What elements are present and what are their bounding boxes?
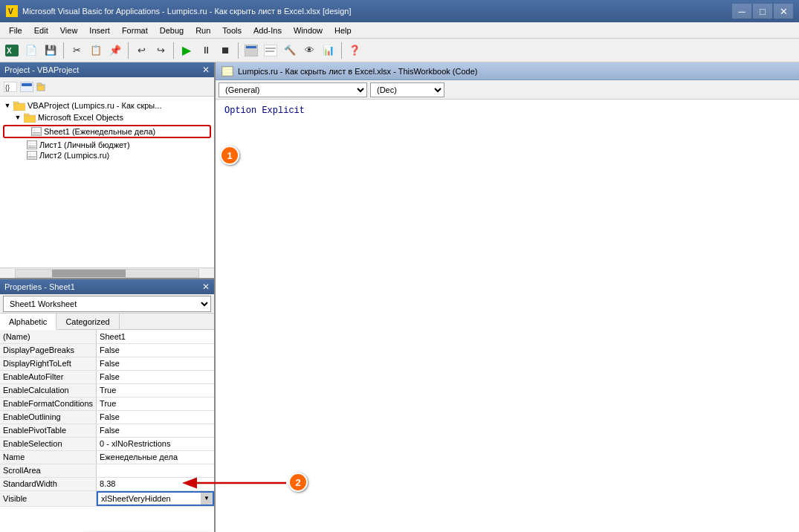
code-combo-general[interactable]: (General): [219, 82, 367, 97]
svg-rect-6: [264, 45, 277, 56]
prop-row-enableselection: EnableSelection 0 - xlNoRestrictions: [0, 437, 214, 450]
menu-run[interactable]: Run: [190, 25, 216, 36]
tree-list1[interactable]: Лист1 (Личный бюджет): [0, 140, 214, 150]
prop-value-name[interactable]: Sheet1: [97, 330, 214, 343]
prop-value-ep[interactable]: False: [97, 424, 214, 437]
prop-label-n2: Name: [0, 450, 97, 464]
prop-value-ef[interactable]: True: [97, 397, 214, 410]
toolbar-paste[interactable]: 📌: [106, 42, 124, 59]
prop-row-scrollarea: ScrollArea: [0, 464, 214, 477]
prop-value-vis[interactable]: xlSheetVeryHidden ▼: [97, 490, 214, 506]
props-object-select[interactable]: Sheet1 Worksheet: [3, 296, 211, 312]
toolbar-userform[interactable]: [242, 42, 260, 59]
project-toggle-folders[interactable]: [36, 80, 51, 94]
prop-row-name: (Name) Sheet1: [0, 330, 214, 343]
sheet-icon-2: [27, 140, 37, 149]
tree-root[interactable]: ▼ VBAProject (Lumpics.ru - Как скры...: [0, 100, 214, 111]
sep2: [128, 42, 129, 59]
tree-sheet1[interactable]: Sheet1 (Еженедельные дела): [3, 125, 211, 138]
toolbar-watch[interactable]: 👁: [300, 42, 318, 59]
toolbar-cut[interactable]: ✂: [68, 42, 85, 59]
prop-row-visible[interactable]: Visible xlSheetVeryHidden ▼: [0, 490, 214, 506]
prop-value-eo[interactable]: False: [97, 410, 214, 424]
svg-rect-5: [246, 46, 256, 48]
svg-rect-12: [22, 83, 32, 86]
title-bar: V Microsoft Visual Basic for Application…: [0, 0, 799, 22]
svg-rect-23: [28, 141, 36, 149]
prop-value-n2[interactable]: Еженедельные дела: [97, 450, 214, 464]
hscroll-thumb[interactable]: [52, 270, 125, 277]
toolbar-modules[interactable]: [262, 42, 279, 59]
menu-view[interactable]: View: [54, 25, 84, 36]
tree-excel-objects[interactable]: ▼ Microsoft Excel Objects: [0, 111, 214, 123]
prop-row-displayrtl: DisplayRightToLeft False: [0, 357, 214, 370]
expand-root[interactable]: ▼: [3, 101, 12, 110]
sep3: [173, 42, 174, 59]
tab-alphabetic[interactable]: Alphabetic: [0, 314, 56, 330]
title-bar-buttons: ─ □ ✕: [732, 4, 793, 19]
maximize-button[interactable]: □: [753, 4, 772, 19]
toolbar-stop[interactable]: ⏹: [216, 42, 234, 59]
project-title: Project - VBAProject: [4, 65, 79, 74]
close-button[interactable]: ✕: [774, 4, 793, 19]
prop-label-drtl: DisplayRightToLeft: [0, 357, 97, 370]
toolbar-excel-icon[interactable]: X: [3, 42, 21, 59]
tab-categorized[interactable]: Categorized: [56, 314, 119, 329]
toolbar-copy[interactable]: 📋: [87, 42, 105, 59]
toolbar-save[interactable]: 💾: [42, 42, 59, 59]
prop-label-ec: EnableCalculation: [0, 383, 97, 397]
project-hscrollbar[interactable]: [0, 267, 214, 278]
prop-row-stdwidth: StandardWidth 8.38: [0, 477, 214, 490]
svg-rect-18: [24, 114, 29, 116]
toolbar-help[interactable]: ❓: [346, 42, 363, 59]
menu-edit[interactable]: Edit: [28, 25, 54, 36]
code-header-icon: [221, 66, 233, 77]
project-view-code[interactable]: {}: [3, 80, 18, 94]
menu-insert[interactable]: Insert: [83, 25, 116, 36]
project-view-object[interactable]: [19, 80, 34, 94]
prop-value-sw[interactable]: 8.38: [97, 477, 214, 490]
menu-help[interactable]: Help: [329, 25, 358, 36]
props-grid: (Name) Sheet1 DisplayPageBreaks False Di…: [0, 330, 214, 532]
toolbar: X 📄 💾 ✂ 📋 📌 ↩ ↪ ▶ ⏸ ⏹ 🔨 👁 📊 ❓: [0, 39, 799, 62]
properties-panel: Properties - Sheet1 ✕ Sheet1 Worksheet A…: [0, 279, 214, 532]
toolbar-new[interactable]: 📄: [22, 42, 40, 59]
expand-excel-objects[interactable]: ▼: [13, 113, 22, 122]
toolbar-run[interactable]: ▶: [178, 42, 195, 59]
tree-list2-label: Лист2 (Lumpics.ru): [39, 151, 109, 160]
props-close-button[interactable]: ✕: [202, 282, 210, 292]
minimize-button[interactable]: ─: [732, 4, 751, 19]
menu-file[interactable]: File: [3, 25, 28, 36]
prop-value-drtl[interactable]: False: [97, 357, 214, 370]
project-close-button[interactable]: ✕: [202, 65, 210, 75]
code-editor[interactable]: Option Explicit: [216, 100, 799, 532]
toolbar-breakpoints[interactable]: 🔨: [281, 42, 299, 59]
toolbar-redo[interactable]: ↪: [152, 42, 169, 59]
prop-label-eo: EnableOutlining: [0, 410, 97, 424]
app-icon: V: [6, 5, 18, 17]
svg-rect-15: [13, 103, 25, 111]
toolbar-pause[interactable]: ⏸: [197, 42, 215, 59]
menu-addins[interactable]: Add-Ins: [248, 25, 288, 36]
prop-value-eaf[interactable]: False: [97, 370, 214, 383]
prop-value-es[interactable]: 0 - xlNoRestrictions: [97, 437, 214, 450]
menu-format[interactable]: Format: [116, 25, 154, 36]
hscroll-track[interactable]: [15, 269, 199, 278]
tree-list2[interactable]: Лист2 (Lumpics.ru): [0, 150, 214, 160]
code-header-text: Lumpics.ru - Как скрыть лист в Excel.xls…: [238, 67, 477, 76]
project-toolbar: {}: [0, 77, 214, 97]
menu-window[interactable]: Window: [288, 25, 329, 36]
prop-label-vis: Visible: [0, 490, 97, 506]
code-panel: Lumpics.ru - Как скрыть лист в Excel.xls…: [216, 62, 799, 532]
toolbar-undo[interactable]: ↩: [132, 42, 150, 59]
menu-tools[interactable]: Tools: [216, 25, 248, 36]
menu-debug[interactable]: Debug: [154, 25, 190, 36]
visible-dropdown-btn[interactable]: ▼: [201, 493, 213, 505]
toolbar-locals[interactable]: 📊: [320, 42, 337, 59]
code-combo-dec[interactable]: (Dec): [370, 82, 444, 97]
prop-value-dpb[interactable]: False: [97, 343, 214, 357]
prop-value-ec[interactable]: True: [97, 383, 214, 397]
prop-value-sa[interactable]: [97, 464, 214, 477]
sheet-icon-3: [27, 151, 37, 160]
menu-bar: File Edit View Insert Format Debug Run T…: [0, 22, 799, 39]
